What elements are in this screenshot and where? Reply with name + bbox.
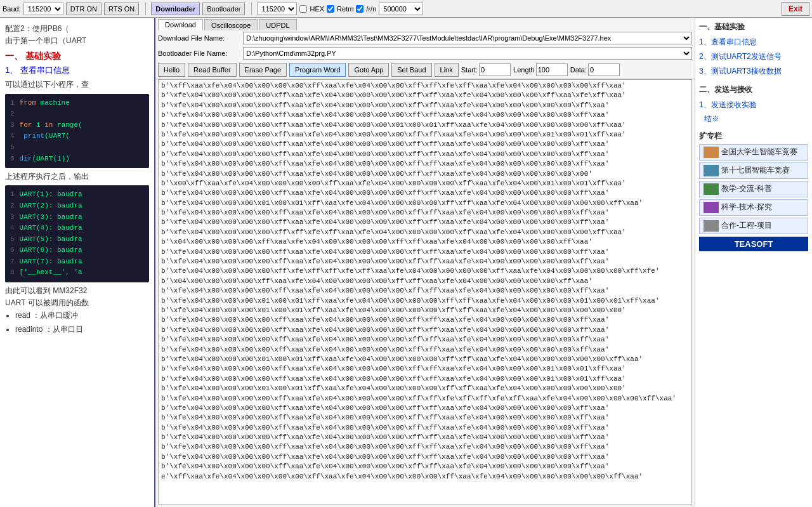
output-line: b'\xfe\x04\x00\x00\x00\x00\xff\xaa\xfe\x… [161, 208, 689, 218]
output-line: b'\xfe\x04\x00\x00\x00\x00\xff\xaa\xfe\x… [161, 188, 689, 198]
code-line: 6dir(UART(1)) [10, 154, 144, 165]
read-buffer-button[interactable]: Read Buffer [188, 63, 237, 77]
output-line: b'\xfe\x04\x00\x00\x00\x00\xff\xaa\xfe\x… [161, 286, 689, 296]
output-area[interactable]: b'\xff\xaa\xfe\x04\x00\x00\x00\x00\xff\x… [158, 79, 692, 504]
output-line: b'\xfe\x04\x00\x00\x00\x01\x00\x01\xff\x… [161, 199, 689, 208]
right-section-1: 一、基础实验 1、查看串口信息 2、测试UART2发送信号 3、测试UART3接… [699, 22, 808, 79]
link-button[interactable]: Link [435, 63, 459, 77]
output-line: b'\xfe\x04\x00\x00\x00\x00\xff\xaa\xfe\x… [161, 101, 689, 110]
output-line: b'\xfe\x04\x00\x00\x00\x00\xff\xaa\xfe\x… [161, 218, 689, 227]
download-file-select[interactable]: D:\zhuoqing\window\ARM\IAR\MM32\Test\MM3… [243, 32, 692, 44]
code-line: 8['__next__', 'a [10, 267, 144, 279]
rn-label: /r/n [366, 5, 376, 13]
bootloader-button[interactable]: Bootloader [202, 3, 245, 15]
readinto-item: readinto ：从串口日 [15, 323, 149, 337]
code-line: 5 [10, 142, 144, 154]
code-block-1: 1from machine 2 3for i in range( 4 print… [5, 94, 149, 169]
data-input[interactable] [588, 63, 620, 76]
right-extended: 扩专栏 全国大学生智能车竞赛 第十七届智能车竞赛 教学-交流-科普 科学-技术-… [699, 131, 808, 251]
output-line: b'\xfe\x04\x00\x00\x00\x00\xff\xaa\xfe\x… [161, 140, 689, 149]
code-line: 3for i in range( [10, 120, 144, 131]
hex-checkbox[interactable] [299, 5, 307, 13]
right-nav-2[interactable]: 2、测试UART2发送信号 [699, 49, 808, 64]
bootloader-file-select[interactable]: D:\Python\Cmd\mm32prg.PY [243, 47, 692, 60]
right-nav-sub[interactable]: 结※ [699, 112, 808, 126]
above-text: 上述程序执行之后，输出 [5, 171, 149, 183]
output-line: b'\xfe\x04\x00\x00\x00\x00\xff\xaa\xfe\x… [161, 433, 689, 442]
category-3[interactable]: 教学-交流-科普 [699, 181, 808, 197]
retm-label: Retm [337, 5, 353, 13]
tab-download[interactable]: Download [158, 19, 203, 30]
right-nav-3[interactable]: 3、测试UART3接收数据 [699, 64, 808, 79]
tab-row: Download Oscilloscope UDPDL [155, 18, 695, 30]
length-input[interactable] [536, 63, 568, 76]
dtr-button[interactable]: DTR ON [66, 3, 102, 15]
baud-select[interactable]: 115200 9600 19200 38400 57600 230400 [23, 3, 63, 15]
exit-button[interactable]: Exit [782, 2, 809, 16]
teasoft-label[interactable]: TEASOFT [699, 237, 808, 251]
length-field-group: Length [513, 63, 568, 76]
category-label-1: 全国大学生智能车竞赛 [721, 147, 797, 157]
section1-title: 一、 基础实验 [5, 51, 149, 62]
baud2-section: 115200 9600 19200 38400 57600 230400 HEX… [251, 3, 423, 15]
output-line: b'\xfe\x04\x00\x00\x00\x00\xff\xaa\xfe\x… [161, 442, 689, 452]
code-line: 2 [10, 109, 144, 120]
category-1[interactable]: 全国大学生智能车竞赛 [699, 144, 808, 161]
baud-label: Baud: [3, 5, 21, 13]
output-line: b'\xfe\x04\x00\x00\x00\x00\xff\xaa\xfe\x… [161, 257, 689, 267]
tab-udpdl[interactable]: UDPDL [259, 19, 296, 30]
code-line: 3UART(3): baudra [10, 212, 144, 223]
output-line: e'\xff\xaa\xfe\x04\x00\x00\x00\x00\xff\x… [161, 472, 689, 482]
data-field-group: Data: [570, 63, 620, 76]
code-line: 1from machine [10, 98, 144, 109]
rts-button[interactable]: RTS ON [104, 3, 139, 15]
uart-intro: 由于第一个串口（UART [5, 35, 149, 47]
downloader-button[interactable]: Downloader [151, 3, 200, 15]
read-item: read ：从串口缓冲 [15, 309, 149, 323]
category-icon-4 [704, 202, 719, 213]
code-line: 4UART(4): baudra [10, 223, 144, 234]
category-icon-1 [704, 147, 719, 158]
baud2-select[interactable]: 115200 9600 19200 38400 57600 230400 [257, 3, 297, 15]
intro-text: 配置2：使用PB6（ [5, 23, 149, 35]
category-icon-5 [704, 220, 719, 232]
output-line: b'\xfe\x04\x00\x00\x00\x00\xff\xaa\xfe\x… [161, 326, 689, 335]
right-section-2: 二、发送与接收 1、发送接收实验 结※ [699, 84, 808, 126]
desc-text: 可以通过以下小程序，查 [5, 79, 149, 91]
output-line: b'\xfe\x04\x00\x00\x00\x00\xff\xaa\xfe\x… [161, 247, 689, 257]
retm-checkbox[interactable] [327, 5, 334, 13]
output-line: b'\xfe\x04\x00\x00\x00\x00\xff\xff\xfe\x… [161, 228, 689, 237]
output-line: b'\xfe\x04\x00\x00\x00\x01\x00\x01\xff\x… [161, 306, 689, 315]
right-nav-1[interactable]: 1、查看串口信息 [699, 35, 808, 49]
code-line: 1UART(1): baudra [10, 189, 144, 201]
category-4[interactable]: 科学-技术-探究 [699, 199, 808, 216]
download-file-row: Download File Name: D:\zhuoqing\window\A… [155, 30, 695, 46]
hello-button[interactable]: Hello [158, 63, 185, 77]
goto-app-button[interactable]: Goto App [348, 63, 389, 77]
hex-label: HEX [310, 5, 324, 13]
output-line: b'\xfe\x04\x00\x00\x00\x01\x00\x01\xff\x… [161, 355, 689, 364]
rn-checkbox[interactable] [356, 5, 363, 13]
start-label: Start: [461, 66, 478, 74]
output-line: b'\xfe\x04\x00\x00\x00\x00\xff\xaa\xfe\x… [161, 335, 689, 345]
right-section2-title: 二、发送与接收 [699, 84, 808, 95]
data-label: Data: [570, 66, 587, 74]
category-2[interactable]: 第十七届智能车竞赛 [699, 162, 808, 179]
right-nav-4[interactable]: 1、发送接收实验 [699, 98, 808, 112]
tab-oscilloscope[interactable]: Oscilloscope [204, 19, 258, 30]
output-line: b'\x00\xff\xaa\xfe\x04\x00\x00\x00\x00\x… [161, 179, 689, 188]
set-baud-button[interactable]: Set Baud [391, 63, 431, 77]
category-5[interactable]: 合作-工程-项目 [699, 218, 808, 234]
bootloader-file-row: Bootloader File Name: D:\Python\Cmd\mm32… [155, 46, 695, 61]
program-word-button[interactable]: Program Word [289, 63, 346, 77]
output-line: b'\xfe\x04\x00\x00\x00\x00\xff\xfe\xff\x… [161, 267, 689, 276]
output-line: b'\xfe\x04\x00\x00\x00\x00\xff\xaa\xfe\x… [161, 413, 689, 423]
length-label: Length [513, 66, 535, 74]
category-icon-3 [704, 183, 719, 195]
bootloader-file-label: Bootloader File Name: [158, 49, 240, 57]
code-block-2: 1UART(1): baudra 2UART(2): baudra 3UART(… [5, 185, 149, 282]
erase-page-button[interactable]: Erase Page [239, 63, 287, 77]
output-line: b'\xfe\x04\x00\x00\x00\x00\xff\xaa\xfe\x… [161, 110, 689, 120]
start-input[interactable] [479, 63, 511, 76]
speed-select[interactable]: 500000 1000000 2000000 [379, 3, 423, 15]
